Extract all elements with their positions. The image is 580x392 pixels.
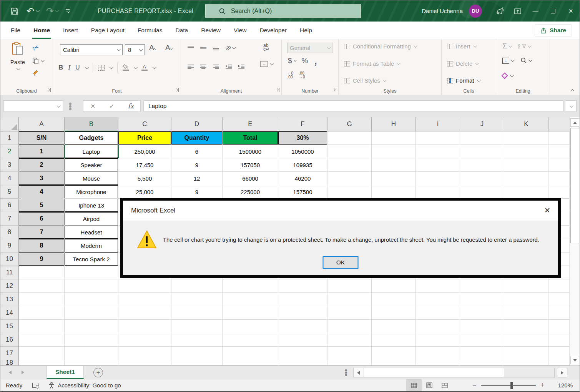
cell-B10[interactable]: Tecno Spark 2 <box>65 252 118 266</box>
cell-B17[interactable] <box>65 347 118 360</box>
cell-C15[interactable] <box>118 320 171 333</box>
cell-H12[interactable] <box>372 279 416 293</box>
cell-J3[interactable] <box>460 158 504 172</box>
cell-G13[interactable] <box>327 293 372 306</box>
cell-A1[interactable]: S/N <box>19 131 65 145</box>
tabbar-splitter[interactable]: ⦁⦁⦁ <box>345 369 347 376</box>
cell-D12[interactable] <box>171 279 223 293</box>
wrap-text-icon[interactable]: abc↵ <box>263 43 269 51</box>
cell-D16[interactable] <box>171 333 223 347</box>
cell-I3[interactable] <box>416 158 460 172</box>
cell-J13[interactable] <box>460 293 504 306</box>
cell-B13[interactable] <box>65 293 118 306</box>
cell-partial-13[interactable] <box>548 293 570 306</box>
cell-J16[interactable] <box>460 333 504 347</box>
cell-G5[interactable] <box>327 185 372 199</box>
align-left-icon[interactable] <box>187 64 194 70</box>
cell-A10[interactable]: 9 <box>19 252 65 266</box>
col-header-E[interactable]: E <box>223 117 278 131</box>
cell-partial-4[interactable] <box>548 172 570 185</box>
row-header-6[interactable]: 6 <box>0 199 19 212</box>
cell-E1[interactable]: Total <box>223 131 278 145</box>
sheet-tab-sheet1[interactable]: Sheet1 <box>47 366 84 379</box>
close-button[interactable]: ✕ <box>562 0 580 22</box>
cell-I2[interactable] <box>416 145 460 158</box>
formula-bar-expand-icon[interactable] <box>565 100 577 112</box>
cell-E13[interactable] <box>223 293 278 306</box>
decrease-indent-icon[interactable] <box>225 64 232 70</box>
cell-partial-1[interactable] <box>548 131 570 145</box>
cell-G2[interactable] <box>327 145 372 158</box>
cell-E17[interactable] <box>223 347 278 360</box>
cell-partial-5[interactable] <box>548 185 570 199</box>
cell-D15[interactable] <box>171 320 223 333</box>
cell-G18[interactable] <box>327 360 372 365</box>
cell-D13[interactable] <box>171 293 223 306</box>
cell-K1[interactable] <box>504 131 548 145</box>
cell-C12[interactable] <box>118 279 171 293</box>
align-right-icon[interactable] <box>213 64 219 70</box>
col-header-B[interactable]: B <box>65 117 118 131</box>
cell-partial-17[interactable] <box>548 347 570 360</box>
cell-K18[interactable] <box>504 360 548 365</box>
cell-J17[interactable] <box>460 347 504 360</box>
underline-dropdown[interactable] <box>85 65 88 69</box>
row-header-5[interactable]: 5 <box>0 185 19 199</box>
paste-button[interactable]: Paste <box>7 42 29 82</box>
row-header-16[interactable]: 16 <box>0 333 19 347</box>
cell-J2[interactable] <box>460 145 504 158</box>
zoom-out-icon[interactable]: − <box>472 381 477 389</box>
cell-B14[interactable] <box>65 306 118 320</box>
find-select-icon[interactable] <box>520 57 531 64</box>
cancel-icon[interactable]: ✕ <box>83 103 102 110</box>
cell-H16[interactable] <box>372 333 416 347</box>
tab-developer[interactable]: Developer <box>253 22 293 39</box>
page-layout-view-button[interactable] <box>422 379 437 391</box>
cell-K4[interactable] <box>504 172 548 185</box>
col-header-J[interactable]: J <box>460 117 504 131</box>
cell-I5[interactable] <box>416 185 460 199</box>
cell-D14[interactable] <box>171 306 223 320</box>
row-header-17[interactable]: 17 <box>0 347 19 360</box>
cell-K3[interactable] <box>504 158 548 172</box>
row-header-11[interactable]: 11 <box>0 266 19 279</box>
cell-B4[interactable]: Mouse <box>65 172 118 185</box>
cell-K5[interactable] <box>504 185 548 199</box>
cell-A13[interactable] <box>19 293 65 306</box>
top-align-icon[interactable] <box>187 45 194 51</box>
cell-F2[interactable]: 1050000 <box>278 145 327 158</box>
cell-D18[interactable] <box>171 360 223 365</box>
zoom-slider[interactable] <box>481 385 536 386</box>
tab-view[interactable]: View <box>227 22 253 39</box>
row-header-15[interactable]: 15 <box>0 320 19 333</box>
col-header-D[interactable]: D <box>171 117 223 131</box>
new-sheet-button[interactable]: + <box>93 368 103 377</box>
cell-F14[interactable] <box>278 306 327 320</box>
cell-G16[interactable] <box>327 333 372 347</box>
cell-B3[interactable]: Speaker <box>65 158 118 172</box>
comma-style-icon[interactable]: , <box>314 57 317 64</box>
user-name[interactable]: Daniel Uchenna <box>422 8 463 14</box>
cell-B5[interactable]: Microphone <box>65 185 118 199</box>
middle-align-icon[interactable] <box>200 45 207 51</box>
cell-F1[interactable]: 30% <box>278 131 327 145</box>
cell-I14[interactable] <box>416 306 460 320</box>
feedback-megaphone-icon[interactable] <box>491 0 509 22</box>
col-header-A[interactable]: A <box>19 117 65 131</box>
cell-C18[interactable] <box>118 360 171 365</box>
macro-record-icon[interactable] <box>32 383 38 388</box>
cell-B15[interactable] <box>65 320 118 333</box>
cell-D5[interactable]: 9 <box>171 185 223 199</box>
row-header-4[interactable]: 4 <box>0 172 19 185</box>
tab-insert[interactable]: Insert <box>57 22 85 39</box>
cell-K16[interactable] <box>504 333 548 347</box>
cell-F12[interactable] <box>278 279 327 293</box>
cell-partial-14[interactable] <box>548 306 570 320</box>
percent-icon[interactable]: % <box>302 56 308 65</box>
cell-I13[interactable] <box>416 293 460 306</box>
cell-E14[interactable] <box>223 306 278 320</box>
borders-icon[interactable] <box>98 65 105 71</box>
align-center-icon[interactable] <box>200 64 207 70</box>
increase-decimal-icon[interactable]: ←0.00 <box>287 71 293 79</box>
alignment-dialog-launcher[interactable] <box>275 88 279 92</box>
